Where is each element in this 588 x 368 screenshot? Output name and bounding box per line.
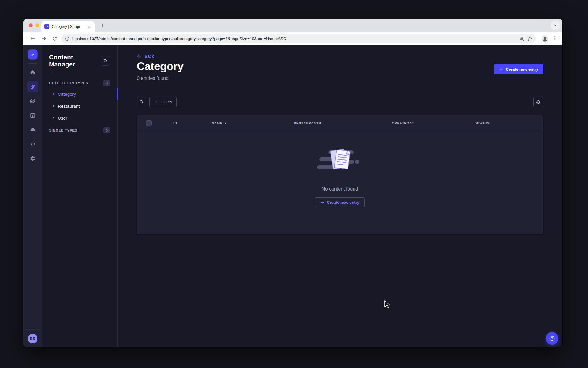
minimize-window-button[interactable] bbox=[35, 23, 39, 27]
column-header-status[interactable]: STATUS bbox=[475, 115, 490, 131]
empty-state-message: No content found bbox=[322, 186, 358, 192]
browser-window: Category | Strapi ✕ + localhost:1337/adm… bbox=[23, 19, 562, 347]
arrow-left-icon bbox=[30, 36, 35, 41]
search-icon bbox=[139, 100, 144, 104]
sidebar-item-category[interactable]: Category bbox=[42, 88, 117, 100]
empty-state: No content found Create new entry bbox=[137, 147, 543, 207]
shopping-cart-icon bbox=[30, 141, 36, 147]
close-window-button[interactable] bbox=[29, 23, 33, 27]
arrow-left-icon bbox=[137, 54, 142, 59]
create-button-label: Create new entry bbox=[506, 67, 538, 72]
nav-deploy-button[interactable] bbox=[27, 124, 38, 136]
sidebar-item-user[interactable]: User bbox=[42, 112, 117, 124]
tab-search-button[interactable] bbox=[551, 21, 560, 30]
single-types-section: SINGLE TYPES 0 bbox=[42, 126, 117, 135]
bullet-icon bbox=[53, 117, 54, 118]
url-bar[interactable]: localhost:1337/admin/content-manager/col… bbox=[61, 34, 536, 43]
back-link[interactable]: Back bbox=[137, 54, 154, 59]
user-avatar[interactable]: KD bbox=[28, 334, 37, 343]
layout-icon bbox=[30, 112, 36, 118]
info-icon[interactable] bbox=[65, 37, 69, 41]
browser-menu-button[interactable]: ⋮ bbox=[552, 35, 557, 41]
nav-settings-button[interactable] bbox=[27, 153, 38, 164]
table-search-button[interactable] bbox=[137, 97, 146, 107]
sidebar-item-label: Category bbox=[58, 92, 76, 97]
empty-create-button-label: Create new entry bbox=[327, 200, 360, 205]
column-header-createdat[interactable]: CREATEDAT bbox=[392, 115, 414, 131]
reload-button[interactable] bbox=[51, 35, 58, 42]
back-nav-button[interactable] bbox=[29, 35, 36, 42]
empty-state-illustration bbox=[317, 147, 363, 176]
strapi-logo-icon bbox=[30, 52, 35, 57]
tab-title: Category | Strapi bbox=[52, 25, 84, 29]
strapi-favicon bbox=[44, 24, 49, 29]
feather-icon bbox=[30, 84, 36, 90]
entries-table-card: ID NAME ▲ RESTAURANTS CREATEDAT STATUS bbox=[137, 115, 543, 234]
plus-icon bbox=[320, 200, 324, 204]
view-settings-button[interactable] bbox=[533, 97, 543, 107]
bullet-icon bbox=[53, 93, 54, 95]
subnav-title: Content Manager bbox=[49, 54, 101, 68]
nav-content-manager-button[interactable] bbox=[27, 81, 38, 92]
main-content: Back Category 0 entries found Create new… bbox=[118, 45, 562, 347]
nav-footer-divider bbox=[23, 329, 42, 330]
sidebar-item-restaurant[interactable]: Restaurant bbox=[42, 100, 117, 112]
sidebar-item-label: User bbox=[58, 115, 67, 121]
gear-icon bbox=[30, 156, 36, 162]
collection-types-section: COLLECTION TYPES 3 bbox=[42, 78, 117, 88]
strapi-logo[interactable] bbox=[28, 50, 37, 59]
search-icon bbox=[103, 59, 108, 63]
gear-icon bbox=[536, 99, 541, 104]
back-label: Back bbox=[145, 54, 154, 59]
filters-button[interactable]: Filters bbox=[149, 97, 177, 107]
column-header-id[interactable]: ID bbox=[173, 115, 177, 131]
arrow-right-icon bbox=[41, 36, 46, 41]
table-header-row: ID NAME ▲ RESTAURANTS CREATEDAT STATUS bbox=[137, 115, 543, 131]
sort-asc-icon[interactable]: ▲ bbox=[224, 122, 227, 124]
empty-create-new-entry-button[interactable]: Create new entry bbox=[315, 197, 365, 207]
main-nav-rail: KD bbox=[23, 45, 42, 347]
content-manager-subnav: Content Manager COLLECTION TYPES 3 Categ… bbox=[42, 45, 118, 347]
column-header-name[interactable]: NAME ▲ bbox=[212, 115, 227, 131]
mouse-cursor bbox=[384, 300, 391, 309]
strapi-app: KD Content Manager COLLECTION TYPES 3 Ca… bbox=[23, 45, 562, 347]
browser-tab-bar: Category | Strapi ✕ + bbox=[23, 19, 562, 32]
single-types-count-badge: 0 bbox=[103, 127, 110, 133]
filter-icon bbox=[154, 100, 159, 104]
create-new-entry-button[interactable]: Create new entry bbox=[494, 64, 543, 74]
subnav-search-button[interactable] bbox=[101, 56, 110, 66]
collection-types-label: COLLECTION TYPES bbox=[49, 81, 88, 85]
question-mark-icon bbox=[549, 335, 555, 342]
cloud-icon bbox=[30, 127, 36, 133]
zoom-page-icon[interactable] bbox=[519, 36, 524, 41]
filters-label: Filters bbox=[161, 100, 172, 104]
collection-types-count-badge: 3 bbox=[103, 80, 110, 86]
help-button[interactable] bbox=[546, 332, 558, 345]
browser-tab[interactable]: Category | Strapi ✕ bbox=[41, 21, 95, 32]
chevron-down-icon bbox=[554, 24, 557, 27]
single-types-label: SINGLE TYPES bbox=[49, 128, 78, 133]
plus-icon bbox=[499, 67, 503, 71]
bookmark-star-icon[interactable] bbox=[527, 36, 532, 41]
home-icon bbox=[30, 69, 36, 75]
new-tab-button[interactable]: + bbox=[99, 22, 106, 28]
nav-media-library-button[interactable] bbox=[27, 95, 38, 107]
images-icon bbox=[30, 98, 36, 104]
bullet-icon bbox=[53, 105, 54, 107]
nav-divider bbox=[28, 63, 37, 64]
nav-marketplace-button[interactable] bbox=[27, 139, 38, 150]
subnav-divider bbox=[49, 74, 56, 74]
forward-nav-button[interactable] bbox=[40, 35, 47, 42]
sidebar-item-label: Restaurant bbox=[58, 104, 80, 109]
url-text[interactable]: localhost:1337/admin/content-manager/col… bbox=[72, 37, 516, 41]
browser-toolbar: localhost:1337/admin/content-manager/col… bbox=[23, 32, 562, 45]
entries-count: 0 entries found bbox=[137, 76, 169, 81]
close-tab-icon[interactable]: ✕ bbox=[86, 24, 92, 29]
column-header-restaurants[interactable]: RESTAURANTS bbox=[294, 115, 321, 131]
nav-content-type-builder-button[interactable] bbox=[27, 110, 38, 121]
select-all-checkbox[interactable] bbox=[146, 120, 152, 126]
reload-icon bbox=[52, 36, 57, 41]
browser-profile-button[interactable] bbox=[541, 35, 548, 43]
profile-avatar-icon bbox=[541, 35, 548, 42]
nav-home-button[interactable] bbox=[27, 67, 38, 78]
